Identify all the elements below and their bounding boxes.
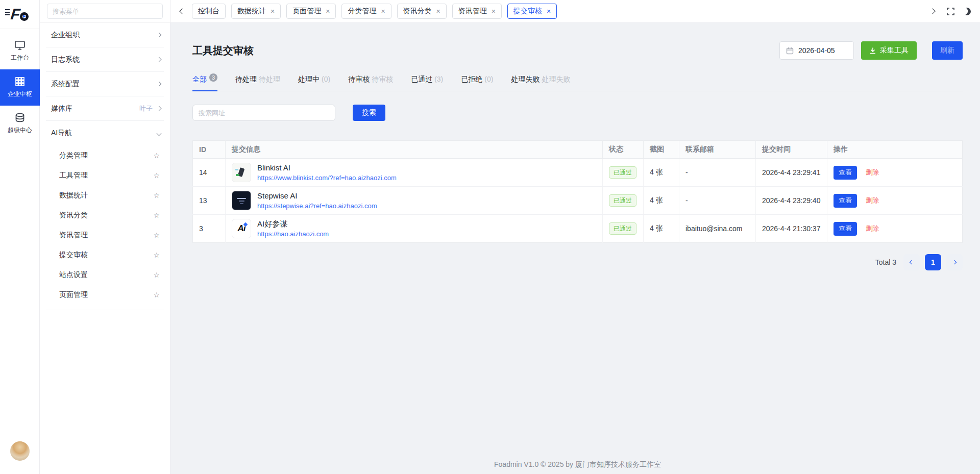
close-icon[interactable]: × [436,8,440,15]
menu-item-category-mgmt[interactable]: 分类管理 ☆ [46,145,164,165]
next-page-button[interactable] [946,254,963,270]
star-icon[interactable]: ☆ [153,171,160,180]
filter-tab-suffix: 处理失败 [542,75,570,83]
cell-submit-time: 2026-4-4 23:29:41 [756,159,827,187]
tab-news-category[interactable]: 资讯分类 × [397,4,447,19]
star-icon[interactable]: ☆ [153,271,160,279]
star-icon[interactable]: ☆ [153,152,160,160]
chevron-left-icon [179,8,185,14]
main-area: 控制台 数据统计 × 页面管理 × 分类管理 × 资讯分类 × [170,0,980,474]
calendar-icon [786,47,794,55]
close-icon[interactable]: × [326,8,330,15]
col-header-screenshots: 截图 [644,141,679,159]
menu-item-label: 日志系统 [51,55,80,64]
star-icon[interactable]: ☆ [153,291,160,299]
view-button[interactable]: 查看 [834,194,857,208]
app-logo[interactable]: F [0,0,39,29]
pagination: Total 3 1 [192,254,963,270]
filter-tab-rejected[interactable]: 已拒绝(0) [461,75,493,91]
tool-url-link[interactable]: https://hao.aizhaozi.com [257,230,329,238]
delete-link[interactable]: 删除 [866,168,879,176]
tabs-scroll-left-button[interactable] [177,4,188,18]
tab-news-mgmt[interactable]: 资讯管理 × [452,4,502,19]
dark-mode-moon-icon[interactable] [962,6,972,16]
menu-item-news-category[interactable]: 资讯分类 ☆ [46,205,164,225]
col-header-id: ID [193,141,226,159]
menu-item-ai-nav[interactable]: AI导航 [46,121,164,145]
menu-item-label: 企业组织 [51,31,80,40]
menu-item-submission-review[interactable]: 提交审核 ☆ [46,245,164,265]
pagination-total: Total 3 [875,258,896,266]
prev-page-button[interactable] [903,254,920,270]
page-title: 工具提交审核 [192,44,254,58]
page-number-button[interactable]: 1 [925,254,941,270]
user-avatar[interactable] [10,441,30,461]
menu-item-tool-mgmt[interactable]: 工具管理 ☆ [46,165,164,185]
logo-speed-lines-icon [5,9,10,10]
submenu-item-label: 数据统计 [59,191,88,200]
delete-link[interactable]: 删除 [866,224,879,232]
col-header-submit-time: 提交时间 [756,141,827,159]
tab-category-mgmt[interactable]: 分类管理 × [341,4,391,19]
menu-item-label: AI导航 [51,129,72,138]
submenu-item-label: 分类管理 [59,151,88,160]
sidebar-item-label: 工作台 [11,54,29,62]
cell-email: ibaituo@sina.com [679,215,756,243]
col-header-email: 联系邮箱 [679,141,756,159]
menu-search-input[interactable] [47,4,163,19]
filter-tab-awaiting-review[interactable]: 待审核待审核 [348,75,393,91]
col-header-submission-info: 提交信息 [226,141,603,159]
close-icon[interactable]: × [271,8,275,15]
tab-label: 提交审核 [513,7,542,16]
menu-list: 企业组织 日志系统 系统配置 媒体库 叶子 AI导航 [40,23,170,310]
chevron-right-icon [157,33,162,38]
menu-item-log-system[interactable]: 日志系统 [46,47,164,72]
sidebar-item-super-center[interactable]: 超级中心 [0,106,40,142]
star-icon[interactable]: ☆ [153,211,160,219]
sidebar-item-enterprise-hub[interactable]: 企业中枢 [0,69,40,106]
close-icon[interactable]: × [492,8,496,15]
sidebar-item-workbench[interactable]: 工作台 [0,33,40,69]
collect-tools-button[interactable]: 采集工具 [861,41,917,60]
menu-item-page-mgmt[interactable]: 页面管理 ☆ [46,285,164,305]
tabs-scroll-right-button[interactable] [927,4,938,18]
tab-submission-review[interactable]: 提交审核 × [507,4,557,19]
close-icon[interactable]: × [547,8,551,15]
filter-tab-all[interactable]: 全部3 [192,75,217,91]
delete-link[interactable]: 删除 [866,196,879,204]
tab-console[interactable]: 控制台 [192,4,226,19]
star-icon[interactable]: ☆ [153,251,160,259]
tab-page-mgmt[interactable]: 页面管理 × [286,4,336,19]
menu-item-media-library[interactable]: 媒体库 叶子 [46,96,164,121]
cell-email: - [679,187,756,215]
tab-data-stats[interactable]: 数据统计 × [231,4,281,19]
date-picker[interactable]: 2026-04-05 [779,41,854,60]
fullscreen-icon[interactable] [947,8,954,15]
status-filter-tabs: 全部3 待处理待处理 处理中(0) 待审核待审核 已通过(3) 已拒绝(0) [192,75,963,91]
close-icon[interactable]: × [381,8,385,15]
url-search-input[interactable] [192,105,335,121]
tool-url-link[interactable]: https://www.blinkist.com/?ref=hao.aizhao… [257,174,397,182]
menu-item-news-mgmt[interactable]: 资讯管理 ☆ [46,225,164,245]
menu-item-site-settings[interactable]: 站点设置 ☆ [46,265,164,285]
star-icon[interactable]: ☆ [153,231,160,239]
tab-label: 控制台 [198,7,219,16]
star-icon[interactable]: ☆ [153,191,160,199]
menu-item-system-config[interactable]: 系统配置 [46,72,164,96]
view-button[interactable]: 查看 [834,222,857,236]
menu-item-enterprise-org[interactable]: 企业组织 [46,23,164,47]
filter-tab-failed[interactable]: 处理失败处理失败 [511,75,570,91]
search-button[interactable]: 搜索 [353,105,385,121]
tool-url-link[interactable]: https://stepwise.ai?ref=hao.aizhaozi.com [257,202,377,210]
filter-tab-processing[interactable]: 处理中(0) [298,75,330,91]
menu-item-data-stats[interactable]: 数据统计 ☆ [46,185,164,205]
database-icon [14,113,26,123]
view-button[interactable]: 查看 [834,166,857,180]
page-content: 工具提交审核 2026-04-05 采集工具 刷新 [170,23,980,474]
refresh-button[interactable]: 刷新 [932,41,963,60]
tab-label: 页面管理 [292,7,321,16]
filter-tab-suffix: (0) [322,75,330,83]
submenu-item-label: 页面管理 [59,290,88,300]
filter-tab-pending[interactable]: 待处理待处理 [235,75,280,91]
filter-tab-approved[interactable]: 已通过(3) [411,75,443,91]
